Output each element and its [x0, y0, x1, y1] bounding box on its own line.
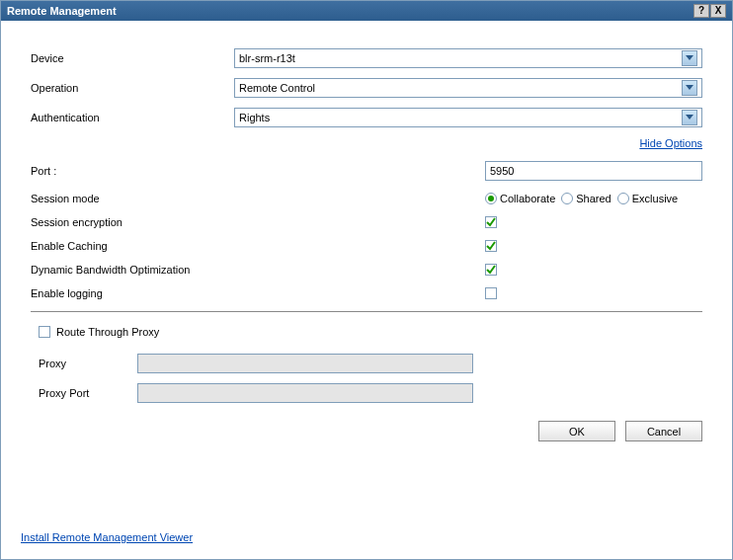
radio-exclusive-label: Exclusive: [632, 193, 678, 204]
session-mode-row: Session mode Collaborate Shared Exclusiv…: [31, 193, 702, 204]
operation-dropdown[interactable]: Remote Control: [234, 78, 702, 98]
proxy-port-row: Proxy Port: [39, 383, 702, 403]
operation-label: Operation: [31, 82, 234, 94]
chevron-down-icon[interactable]: [682, 50, 697, 66]
titlebar-buttons: ? X: [692, 4, 726, 18]
dynamic-bandwidth-checkbox[interactable]: [485, 264, 497, 276]
footer: Install Remote Management Viewer: [21, 531, 193, 543]
dialog-buttons: OK Cancel: [31, 421, 702, 441]
titlebar: Remote Management ? X: [1, 1, 732, 21]
dynamic-bandwidth-row: Dynamic Bandwidth Optimization: [31, 264, 702, 276]
authentication-row: Authentication Rights: [31, 108, 702, 127]
port-row: Port :: [31, 161, 702, 181]
radio-shared-label: Shared: [576, 193, 611, 204]
authentication-value: Rights: [239, 112, 682, 123]
radio-shared[interactable]: Shared: [561, 193, 611, 204]
proxy-port-input: [137, 383, 473, 403]
enable-logging-checkbox[interactable]: [485, 287, 497, 299]
proxy-port-label: Proxy Port: [39, 387, 137, 399]
route-through-proxy-row: Route Through Proxy: [39, 326, 702, 338]
device-dropdown[interactable]: blr-srm-r13t: [234, 48, 702, 68]
hide-options-row: Hide Options: [31, 137, 702, 149]
proxy-label: Proxy: [39, 358, 137, 369]
session-mode-radios: Collaborate Shared Exclusive: [485, 193, 678, 204]
dynamic-bandwidth-label: Dynamic Bandwidth Optimization: [31, 264, 485, 276]
port-input[interactable]: [485, 161, 702, 181]
session-mode-label: Session mode: [31, 193, 485, 204]
route-through-proxy-checkbox[interactable]: [39, 326, 50, 338]
cancel-button[interactable]: Cancel: [625, 421, 702, 441]
authentication-dropdown[interactable]: Rights: [234, 108, 702, 127]
authentication-label: Authentication: [31, 112, 234, 123]
operation-row: Operation Remote Control: [31, 78, 702, 98]
session-encryption-row: Session encryption: [31, 216, 702, 228]
operation-value: Remote Control: [239, 82, 682, 94]
close-icon[interactable]: X: [710, 4, 726, 18]
radio-collaborate[interactable]: Collaborate: [485, 193, 555, 204]
session-encryption-checkbox[interactable]: [485, 216, 497, 228]
enable-caching-label: Enable Caching: [31, 240, 485, 252]
help-icon[interactable]: ?: [693, 4, 709, 18]
proxy-row: Proxy: [39, 354, 702, 373]
remote-management-dialog: Remote Management ? X Device blr-srm-r13…: [0, 0, 733, 560]
port-label: Port :: [31, 165, 485, 177]
install-viewer-link[interactable]: Install Remote Management Viewer: [21, 531, 193, 543]
chevron-down-icon[interactable]: [682, 80, 697, 96]
radio-collaborate-label: Collaborate: [500, 193, 555, 204]
route-through-proxy-label: Route Through Proxy: [56, 326, 159, 338]
radio-icon: [617, 193, 629, 204]
device-row: Device blr-srm-r13t: [31, 48, 702, 68]
radio-icon: [561, 193, 573, 204]
enable-caching-checkbox[interactable]: [485, 240, 497, 252]
enable-logging-row: Enable logging: [31, 287, 702, 299]
chevron-down-icon[interactable]: [682, 110, 697, 125]
session-encryption-label: Session encryption: [31, 216, 485, 228]
dialog-title: Remote Management: [7, 5, 692, 17]
device-value: blr-srm-r13t: [239, 52, 682, 64]
ok-button[interactable]: OK: [538, 421, 615, 441]
enable-logging-label: Enable logging: [31, 287, 485, 299]
proxy-input: [137, 354, 473, 373]
radio-exclusive[interactable]: Exclusive: [617, 193, 678, 204]
dialog-content: Device blr-srm-r13t Operation Remote Con…: [1, 21, 732, 559]
separator: [31, 311, 702, 312]
enable-caching-row: Enable Caching: [31, 240, 702, 252]
radio-icon: [485, 193, 497, 204]
device-label: Device: [31, 52, 234, 64]
hide-options-link[interactable]: Hide Options: [639, 137, 702, 149]
